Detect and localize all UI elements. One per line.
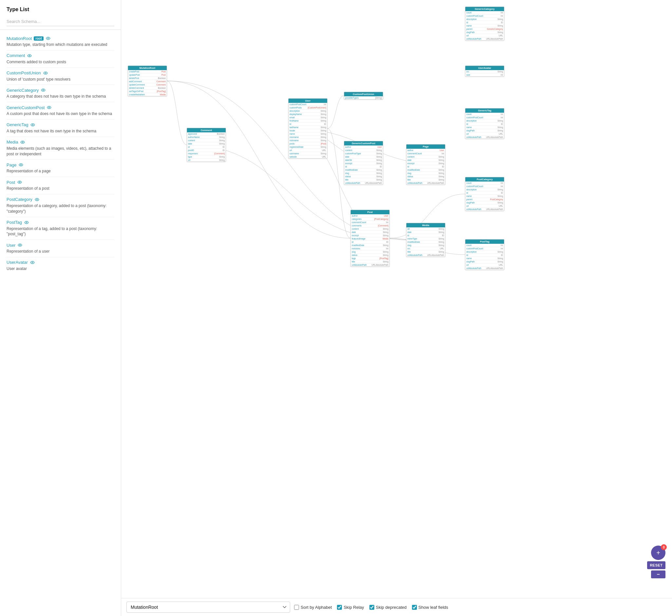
show-leaf-fields-checkbox[interactable] bbox=[412, 605, 417, 610]
fab-minus-button[interactable]: − bbox=[651, 570, 665, 578]
field-name: urlAbsolutePath bbox=[466, 267, 481, 269]
eye-icon-CustomPostUnion[interactable] bbox=[43, 70, 48, 76]
skip-relay-label[interactable]: Skip Relay bbox=[337, 605, 364, 610]
field-name: name bbox=[466, 195, 472, 197]
field-type: String bbox=[321, 152, 326, 155]
node-Post[interactable]: PostauthorUsercategories[PostCategory]co… bbox=[350, 210, 390, 267]
node-field: slugString bbox=[344, 172, 383, 175]
field-type: String bbox=[439, 231, 444, 233]
search-input[interactable] bbox=[7, 17, 114, 26]
eye-icon-PostTag[interactable] bbox=[24, 220, 29, 225]
graph-area[interactable]: MutationRootcreatePostPostupdatePostPost… bbox=[121, 0, 672, 598]
field-name: urlAbsolutePath bbox=[466, 38, 481, 40]
field-type: String bbox=[439, 178, 444, 181]
type-select[interactable]: MutationRootCommentCustomPostUnionGeneri… bbox=[126, 602, 290, 613]
eye-icon-Post[interactable] bbox=[17, 179, 22, 185]
skip-relay-checkbox[interactable] bbox=[337, 605, 342, 610]
node-header-CustomPostUnion: CustomPostUnion bbox=[344, 92, 383, 96]
field-type: URLAbsolutePath bbox=[365, 182, 382, 184]
eye-icon-GenericTag[interactable] bbox=[30, 122, 35, 127]
item-name-Page[interactable]: Page bbox=[7, 162, 16, 167]
item-desc-CustomPostUnion: Union of 'custom post' type resolvers bbox=[7, 77, 114, 82]
sort-alphabet-checkbox[interactable] bbox=[294, 605, 299, 610]
eye-icon-GenericCustomPost[interactable] bbox=[47, 105, 52, 110]
node-Media[interactable]: MediaaltStringdateStringidIDmimeTypeStri… bbox=[406, 223, 445, 257]
eye-icon-UserAvatar[interactable] bbox=[30, 260, 35, 265]
eye-icon-User[interactable] bbox=[17, 242, 23, 248]
node-Page[interactable]: PageauthorUsercommentCountIntcontentStri… bbox=[406, 144, 445, 185]
skip-deprecated-checkbox[interactable] bbox=[369, 605, 374, 610]
node-field: urlAbsolutePathURLAbsolutePath bbox=[406, 253, 445, 256]
field-name: id bbox=[352, 241, 353, 243]
node-User[interactable]: UsercustomPostCountIntcustomPosts[Custom… bbox=[288, 98, 327, 159]
item-name-Media[interactable]: Media bbox=[7, 140, 18, 144]
fab-add-button[interactable]: + 0 bbox=[651, 546, 665, 560]
skip-deprecated-text: Skip deprecated bbox=[376, 605, 407, 610]
item-badge-MutationRoot: root bbox=[34, 36, 43, 41]
sidebar-item-PostCategory: PostCategory Representation of a categor… bbox=[7, 194, 114, 217]
field-type: URLAbsolutePath bbox=[486, 38, 503, 40]
node-field: idID bbox=[465, 21, 504, 24]
node-field: nicknameString bbox=[289, 139, 327, 142]
fab-reset-button[interactable]: RESET bbox=[647, 561, 665, 569]
eye-icon-PostCategory[interactable] bbox=[34, 197, 40, 202]
sidebar-item-Page: Page Representation of a page bbox=[7, 159, 114, 177]
sidebar-item-Comment: Comment Comments added to custom posts bbox=[7, 50, 114, 68]
item-name-Post[interactable]: Post bbox=[7, 180, 15, 185]
item-name-GenericTag[interactable]: GenericTag bbox=[7, 122, 28, 127]
node-GenericCategory[interactable]: GenericCategorycountIntcustomPostCountIn… bbox=[465, 7, 504, 41]
field-name: approved bbox=[188, 133, 197, 135]
field-type: PostCategory bbox=[490, 198, 503, 200]
node-GenericTag[interactable]: GenericTagcountIntcustomPostCountIntdesc… bbox=[465, 108, 504, 139]
node-field: urlURL bbox=[465, 204, 504, 208]
field-type: String bbox=[376, 162, 382, 164]
item-name-User[interactable]: User bbox=[7, 243, 15, 248]
field-type: String bbox=[219, 159, 225, 161]
item-name-Comment[interactable]: Comment bbox=[7, 53, 25, 58]
field-type: URLAbsolutePath bbox=[371, 264, 388, 266]
show-leaf-fields-label[interactable]: Show leaf fields bbox=[412, 605, 448, 610]
field-name: slug bbox=[345, 172, 349, 174]
item-name-GenericCategory[interactable]: GenericCategory bbox=[7, 88, 39, 93]
field-type: URL bbox=[440, 247, 444, 250]
node-field: statusString bbox=[406, 175, 445, 178]
node-UserAvatar[interactable]: UserAvatarsrcStringsizeInt bbox=[465, 65, 504, 77]
field-type: String bbox=[321, 120, 326, 122]
node-Comment[interactable]: CommentapprovedBooleanauthorNameStringco… bbox=[187, 128, 226, 162]
field-type: [Post] bbox=[321, 142, 326, 145]
field-name: email bbox=[289, 116, 295, 119]
node-PostCategory[interactable]: PostCategorycountIntcustomPostCountIntde… bbox=[465, 177, 504, 211]
item-name-CustomPostUnion[interactable]: CustomPostUnion bbox=[7, 70, 41, 75]
eye-icon-GenericCategory[interactable] bbox=[41, 87, 46, 93]
field-type: Media bbox=[160, 93, 166, 96]
item-name-MutationRoot[interactable]: MutationRoot bbox=[7, 36, 32, 41]
skip-deprecated-label[interactable]: Skip deprecated bbox=[369, 605, 407, 610]
field-type: String bbox=[321, 133, 326, 135]
eye-icon-Comment[interactable] bbox=[27, 53, 32, 58]
item-name-PostCategory[interactable]: PostCategory bbox=[7, 197, 32, 202]
node-GenericCustomPost[interactable]: GenericCustomPostauthorUsercontentString… bbox=[344, 141, 383, 185]
eye-icon-Media[interactable] bbox=[20, 140, 25, 145]
field-type: String bbox=[497, 195, 503, 197]
node-MutationRoot[interactable]: MutationRootcreatePostPostupdatePostPost… bbox=[128, 65, 167, 96]
field-type: String bbox=[219, 136, 225, 138]
field-type: Int bbox=[386, 221, 388, 223]
node-field: comments[Comment] bbox=[351, 224, 389, 227]
node-header-GenericCustomPost: GenericCustomPost bbox=[344, 141, 383, 145]
item-name-UserAvatar[interactable]: UserAvatar bbox=[7, 260, 28, 265]
eye-icon-MutationRoot[interactable] bbox=[46, 36, 51, 41]
node-CustomPostUnion[interactable]: CustomPostUnionpossibleTypes[String] bbox=[344, 92, 383, 100]
field-name: status bbox=[407, 175, 413, 177]
sort-alphabet-label[interactable]: Sort by Alphabet bbox=[294, 605, 332, 610]
field-name: content bbox=[188, 139, 195, 141]
item-name-PostTag[interactable]: PostTag bbox=[7, 220, 22, 225]
show-leaf-fields-text: Show leaf fields bbox=[419, 605, 448, 610]
node-field: typeString bbox=[187, 155, 226, 159]
field-name: customPosts bbox=[289, 106, 302, 109]
node-PostTag[interactable]: PostTagcountIntcustomPostCountIntdescrip… bbox=[465, 239, 504, 270]
eye-icon-Page[interactable] bbox=[18, 162, 24, 167]
item-name-GenericCustomPost[interactable]: GenericCustomPost bbox=[7, 105, 45, 110]
node-field: urlURL bbox=[465, 263, 504, 267]
field-name: deleteComment bbox=[129, 87, 144, 89]
sidebar-item-CustomPostUnion: CustomPostUnion Union of 'custom post' t… bbox=[7, 68, 114, 85]
